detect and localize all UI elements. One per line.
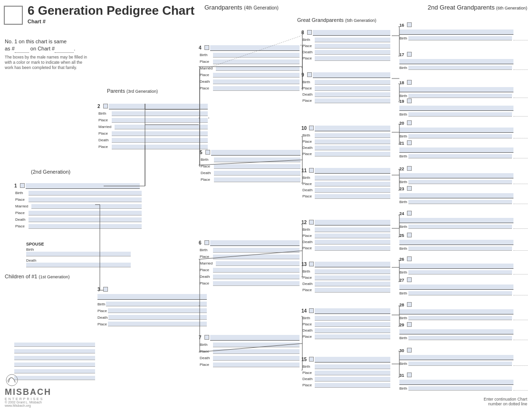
person-1-box (20, 183, 25, 188)
person-7-box (204, 335, 209, 340)
p3-place-line (108, 308, 207, 313)
grandparents-label: Grandparents (4th Generation) (204, 4, 279, 11)
page-title: 6 Generation Pedigree Chart (28, 4, 194, 18)
p1-place3-label: Place (15, 224, 25, 228)
person-16: 16 Birth (399, 20, 528, 40)
spouse-birth-line (26, 252, 131, 256)
person-17: 17 Birth (399, 49, 528, 70)
person-3: 3 Birth Place Death Place (97, 284, 207, 326)
p1-married-line (31, 204, 142, 209)
p1-place2-label: Place (15, 211, 25, 215)
person-30: 30 Birth (399, 345, 528, 366)
p1-place1-label: Place (15, 197, 25, 202)
left-info-block: No. 1 on this chart is same as # on Char… (5, 38, 90, 70)
p1-married-label: Married (15, 204, 28, 208)
p3-name-line (97, 294, 207, 300)
parents-label: Parents (3rd Generation) (107, 88, 158, 94)
person-23: 23 Birth (399, 184, 528, 204)
person-19: 19 Birth (399, 96, 528, 117)
person-18: 18 Birth (399, 78, 528, 98)
person-22: 22 Birth (399, 164, 528, 184)
p1-death-line (29, 217, 142, 222)
p1-place1-line (29, 197, 142, 202)
spouse-label: SPOUSE (26, 242, 131, 246)
person-2-box (103, 104, 108, 108)
chart-box (4, 6, 23, 25)
p3-place-lbl: Place (97, 309, 107, 313)
logo-icon (5, 373, 19, 387)
spouse-death-label: Death (26, 258, 131, 263)
chart-num-label: Chart # (28, 19, 194, 24)
p1-birth-line (29, 191, 142, 196)
children-label: Children of #1 (1st Generation) (5, 274, 70, 279)
spouse-death-line (26, 263, 131, 267)
person-20: 20 Birth (399, 118, 528, 138)
person-31: 31 Birth (399, 370, 528, 391)
great-grandparents-label: Great Grandparents (5th Generation) (297, 17, 376, 23)
gen2-label: (2nd Generation) (31, 169, 70, 175)
person-24: 24 Birth (399, 208, 528, 229)
person-1-name-line (26, 183, 140, 189)
second-great-grandparents-label: 2nd Great Grandparents (6th Generation) (427, 4, 527, 11)
person-4-box (204, 45, 209, 50)
person-28: 28 Birth (399, 300, 528, 320)
person-5-box (205, 150, 210, 155)
person-21: 21 Birth (399, 138, 528, 158)
person-3-box (103, 287, 108, 292)
p1-death-label: Death (15, 217, 25, 222)
person-27: 27 Birth (399, 275, 528, 295)
p3-place2-line (108, 322, 207, 326)
person-29: 29 Birth (399, 320, 528, 340)
logo: MISBACH ENTERPRISES © 2002 Grant L. Misb… (5, 373, 51, 407)
person-6-box (204, 240, 209, 245)
p3-death-line (108, 315, 207, 320)
person-26: 26 Birth (399, 254, 528, 275)
p3-place2-lbl: Place (97, 322, 107, 326)
spouse-birth-label: Birth (26, 247, 131, 252)
p3-birth-line (106, 302, 207, 306)
p1-birth-label: Birth (15, 191, 23, 195)
p3-birth-lbl: Birth (97, 302, 105, 306)
p3-death-lbl: Death (97, 315, 107, 320)
p1-place2-line (29, 211, 142, 216)
spouse-section: SPOUSE Birth Death (26, 242, 131, 267)
p1-place3-line (29, 224, 142, 229)
person-25: 25 Birth (399, 230, 528, 251)
footer-note: Enter continuation Chart number on dotte… (484, 397, 527, 406)
